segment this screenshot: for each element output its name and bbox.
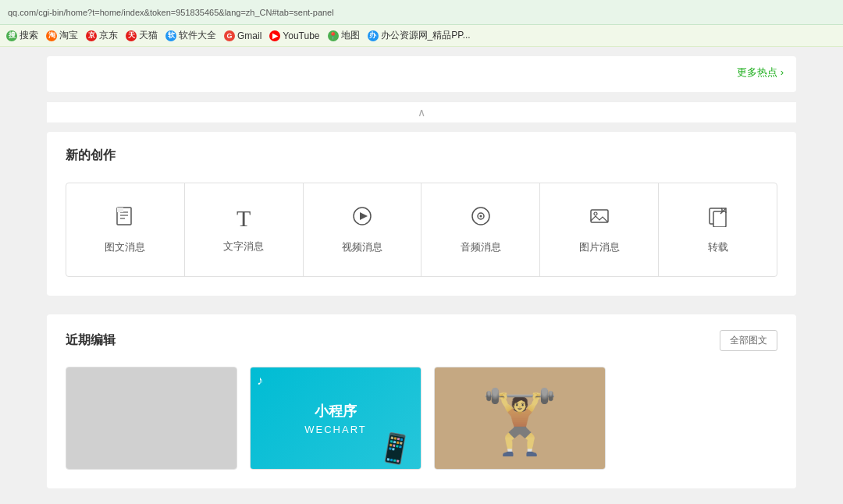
creation-item-audio-label: 音频消息	[461, 240, 501, 254]
share-icon	[707, 205, 729, 231]
svg-rect-13	[713, 211, 726, 227]
office-icon: 办	[368, 30, 379, 41]
recent-title: 近期编辑	[66, 332, 116, 349]
collapse-icon: ∧	[418, 106, 425, 119]
bookmark-search[interactable]: 搜 搜索	[6, 29, 38, 42]
bookmark-software[interactable]: 软 软件大全	[165, 29, 216, 42]
bookmark-taobao[interactable]: 淘 淘宝	[46, 29, 78, 42]
recent-item-1[interactable]	[66, 367, 237, 470]
collapse-button[interactable]: ∧	[47, 101, 796, 122]
main-content: 更多热点 › ∧ 新的创作 图文消息	[0, 47, 843, 504]
creation-item-article-label: 图文消息	[105, 240, 145, 254]
music-icon: ♪	[257, 374, 263, 388]
image-icon	[589, 205, 610, 231]
jd-icon: 京	[86, 30, 97, 41]
creation-grid: 图文消息 T 文字消息 视频消息	[66, 183, 777, 277]
bookmark-office-label: 办公资源网_精品PP...	[381, 29, 471, 42]
creation-item-share[interactable]: 转载	[658, 183, 777, 277]
article-icon	[114, 205, 136, 231]
phone-icon: 📱	[375, 429, 416, 467]
creation-item-image-label: 图片消息	[579, 240, 620, 254]
creation-item-video[interactable]: 视频消息	[303, 183, 422, 277]
creation-item-image[interactable]: 图片消息	[539, 183, 659, 277]
bookmark-search-label: 搜索	[20, 29, 38, 42]
bookmark-jd[interactable]: 京 京东	[86, 29, 118, 42]
bookmark-youtube-label: YouTube	[283, 30, 319, 41]
tmall-icon: 天	[126, 30, 137, 41]
creation-item-text[interactable]: T 文字消息	[184, 183, 304, 277]
sport-figure-icon: 🏋️	[481, 385, 559, 459]
bookmark-tmall-label: 天猫	[139, 29, 158, 42]
recent-item-2[interactable]: ♪ 小程序 WECHART 📱	[250, 367, 422, 470]
gmail-icon: G	[224, 30, 235, 41]
map-icon: 📍	[328, 30, 339, 41]
search-icon: 搜	[6, 30, 17, 41]
bookmark-gmail-label: Gmail	[237, 30, 261, 41]
hot-topics-section: 更多热点 ›	[47, 56, 796, 92]
creation-item-share-label: 转载	[708, 240, 728, 254]
creation-item-audio[interactable]: 音频消息	[421, 183, 540, 277]
bookmark-office[interactable]: 办 办公资源网_精品PP...	[368, 29, 471, 42]
svg-marker-6	[360, 212, 368, 220]
creation-title: 新的创作	[66, 147, 777, 164]
svg-point-11	[594, 212, 597, 215]
creation-item-video-label: 视频消息	[342, 240, 382, 254]
bookmark-map[interactable]: 📍 地图	[328, 29, 360, 42]
bookmark-jd-label: 京东	[99, 29, 118, 42]
browser-url-bar: qq.com/cgi-bin/home?t=home/index&token=9…	[0, 0, 843, 25]
recent-thumb-teal: ♪ 小程序 WECHART 📱	[251, 367, 421, 469]
bookmarks-bar: 搜 搜索 淘 淘宝 京 京东 天 天猫 软 软件大全 G Gmail ▶ You…	[0, 25, 843, 47]
more-hot-link[interactable]: 更多热点 ›	[59, 62, 784, 83]
creation-item-text-label: 文字消息	[223, 240, 264, 254]
svg-rect-4	[117, 208, 123, 212]
recent-section: 近期编辑 全部图文 ♪ 小程序 WECHART 📱 🏋️	[47, 314, 796, 488]
view-all-button[interactable]: 全部图文	[720, 330, 777, 351]
creation-item-article[interactable]: 图文消息	[66, 183, 185, 277]
audio-icon	[470, 205, 492, 231]
bookmark-software-label: 软件大全	[179, 29, 216, 42]
creation-section: 新的创作 图文消息 T 文字消息	[47, 132, 796, 296]
bookmark-youtube[interactable]: ▶ YouTube	[269, 30, 319, 41]
recent-section-header: 近期编辑 全部图文	[66, 330, 777, 351]
bookmark-taobao-label: 淘宝	[59, 29, 78, 42]
recent-grid: ♪ 小程序 WECHART 📱 🏋️	[66, 367, 777, 470]
bookmark-tmall[interactable]: 天 天猫	[126, 29, 158, 42]
bookmark-gmail[interactable]: G Gmail	[224, 30, 261, 41]
svg-point-9	[479, 215, 482, 218]
video-icon	[351, 205, 373, 231]
recent-item-3[interactable]: 🏋️	[434, 367, 606, 470]
software-icon: 软	[165, 30, 176, 41]
taobao-icon: 淘	[46, 30, 57, 41]
bookmark-map-label: 地图	[341, 29, 360, 42]
recent-thumb-gray	[66, 367, 237, 469]
url-text: qq.com/cgi-bin/home?t=home/index&token=9…	[8, 8, 835, 17]
teal-thumb-subtitle: WECHART	[304, 424, 366, 435]
youtube-icon: ▶	[269, 30, 280, 41]
teal-thumb-title: 小程序	[315, 402, 357, 421]
recent-thumb-sport: 🏋️	[435, 367, 605, 469]
text-icon: T	[237, 207, 251, 230]
